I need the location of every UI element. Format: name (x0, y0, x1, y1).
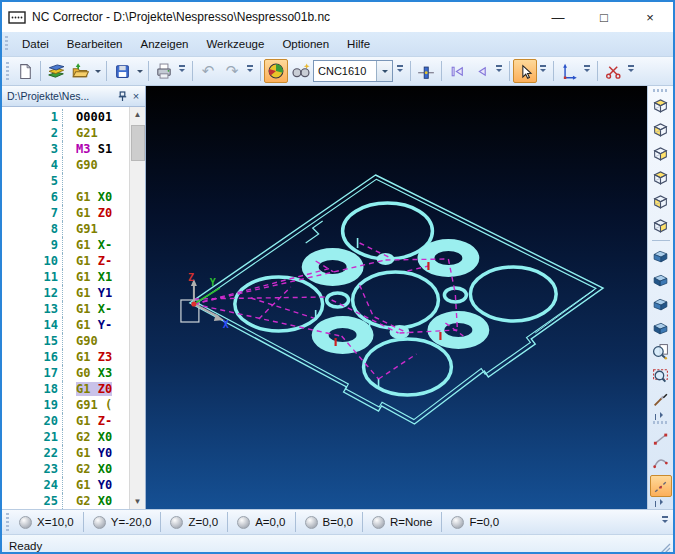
toolbar-grip[interactable] (653, 421, 669, 424)
code-text[interactable]: G1 Y0 (63, 445, 112, 461)
iso-view-ne-button[interactable] (650, 292, 672, 314)
simulation-3d-button[interactable] (264, 59, 288, 83)
code-line[interactable]: 4G90 (2, 157, 129, 173)
view-right-cube-button[interactable] (650, 215, 672, 237)
code-text[interactable]: G2 X0 (63, 461, 112, 477)
open-file-dropdown[interactable] (92, 60, 103, 82)
menu-item-datei[interactable]: Datei (13, 33, 58, 56)
cut-overflow[interactable] (627, 61, 636, 81)
menu-item-hilfe[interactable]: Hilfe (338, 33, 379, 56)
view-bottom-cube-button[interactable] (650, 167, 672, 189)
maximize-button[interactable]: □ (581, 2, 627, 32)
machine-overflow[interactable] (396, 61, 405, 81)
dashed-line-mode-button[interactable] (650, 475, 672, 497)
open-file-button[interactable] (68, 59, 92, 83)
code-line[interactable]: 19G91 ( (2, 397, 129, 413)
menu-item-werkzeuge[interactable]: Werkzeuge (197, 33, 273, 56)
code-text[interactable]: G21 (63, 125, 98, 141)
move-overflow[interactable] (583, 61, 592, 81)
menu-item-anzeigen[interactable]: Anzeigen (131, 33, 197, 56)
cut-button[interactable] (601, 59, 625, 83)
code-line[interactable]: 3M3 S1 (2, 141, 129, 157)
code-line[interactable]: 9G1 X- (2, 237, 129, 253)
minimize-button[interactable]: — (535, 2, 581, 32)
code-line[interactable]: 24G1 Y0 (2, 477, 129, 493)
step-overflow[interactable] (495, 61, 504, 81)
code-text[interactable]: G1 X0 (63, 189, 112, 205)
code-line[interactable]: 5 (2, 173, 129, 189)
code-text-selected[interactable]: G1 Z0 (63, 381, 112, 397)
iso-view-se-button[interactable] (650, 268, 672, 290)
view-toolbar-grip[interactable] (653, 89, 669, 92)
code-line[interactable]: 18G1 Z0 (2, 381, 129, 397)
single-step-button[interactable] (414, 59, 438, 83)
move-origin-button[interactable] (557, 59, 581, 83)
code-text[interactable]: G1 X- (63, 301, 112, 317)
zoom-window-button[interactable] (650, 364, 672, 386)
code-line[interactable]: 15G90 (2, 333, 129, 349)
machine-select-combobox[interactable]: CNC1610 (313, 60, 393, 82)
code-text[interactable]: G1 Y1 (63, 285, 112, 301)
redraw-brush-button[interactable] (650, 388, 672, 410)
code-text[interactable]: G90 (63, 333, 98, 349)
code-line[interactable]: 8G91 (2, 221, 129, 237)
print-button[interactable] (152, 59, 176, 83)
layers-button[interactable] (44, 59, 68, 83)
code-text[interactable]: G2 X0 (63, 493, 112, 509)
code-text[interactable]: M3 S1 (63, 141, 112, 157)
code-line[interactable]: 20G1 Z- (2, 413, 129, 429)
code-text[interactable]: G1 Y0 (63, 477, 112, 493)
code-text[interactable]: G1 Y- (63, 317, 112, 333)
redo-button[interactable]: ↷ (220, 59, 244, 83)
code-line[interactable]: 25G2 X0 (2, 493, 129, 509)
coordinate-bar-grip[interactable] (6, 513, 9, 531)
edit-overflow[interactable] (246, 61, 255, 81)
menu-item-optionen[interactable]: Optionen (273, 33, 338, 56)
toolbar-grip[interactable] (6, 62, 9, 80)
code-line[interactable]: 11G1 X1 (2, 269, 129, 285)
code-line[interactable]: 13G1 X- (2, 301, 129, 317)
save-dropdown[interactable] (134, 60, 145, 82)
close-panel-button[interactable]: × (129, 89, 143, 103)
inspect-button[interactable] (288, 59, 312, 83)
code-text[interactable]: G1 Z- (63, 413, 112, 429)
code-line[interactable]: 7G1 Z0 (2, 205, 129, 221)
resize-grip[interactable] (659, 542, 672, 554)
new-file-button[interactable] (13, 59, 37, 83)
draw-arc-button[interactable] (650, 451, 672, 473)
code-line[interactable]: 14G1 Y- (2, 317, 129, 333)
editor-tab-header[interactable]: D:\Projekte\Nes... × (2, 86, 145, 107)
undo-button[interactable]: ↶ (196, 59, 220, 83)
select-cursor-button[interactable] (513, 59, 537, 83)
code-line[interactable]: 23G2 X0 (2, 461, 129, 477)
menu-grip[interactable] (5, 36, 8, 52)
step-first-button[interactable] (445, 59, 469, 83)
code-text[interactable]: G90 (63, 157, 98, 173)
close-button[interactable]: × (627, 2, 673, 32)
code-text[interactable] (63, 173, 76, 189)
code-line[interactable]: 17G0 X3 (2, 365, 129, 381)
code-text[interactable]: G1 X1 (63, 269, 112, 285)
draw-line-button[interactable] (650, 427, 672, 449)
pin-panel-button[interactable] (115, 89, 129, 103)
gcode-text-area[interactable]: 1O00012G213M3 S14G9056G1 X07G1 Z08G919G1… (2, 107, 129, 509)
code-line[interactable]: 12G1 Y1 (2, 285, 129, 301)
cad-viewport[interactable]: Z Y X (146, 86, 647, 509)
machine-select-caret[interactable] (376, 61, 392, 81)
code-text[interactable]: G0 X3 (63, 365, 112, 381)
toolbar-overflow[interactable] (653, 498, 669, 507)
view-top-cube-button[interactable] (650, 143, 672, 165)
scroll-up-icon[interactable]: ▲ (130, 107, 145, 122)
view-back-cube-button[interactable] (650, 119, 672, 141)
code-line[interactable]: 21G2 X0 (2, 429, 129, 445)
code-line[interactable]: 6G1 X0 (2, 189, 129, 205)
toolbar-overflow[interactable] (178, 61, 187, 81)
code-line[interactable]: 1O0001 (2, 109, 129, 125)
code-line[interactable]: 16G1 Z3 (2, 349, 129, 365)
code-text[interactable]: O0001 (63, 109, 112, 125)
save-button[interactable] (110, 59, 134, 83)
code-text[interactable]: G1 X- (63, 237, 112, 253)
code-text[interactable]: G1 Z3 (63, 349, 112, 365)
toolbar-overflow[interactable] (653, 411, 669, 420)
view-left-cube-button[interactable] (650, 191, 672, 213)
